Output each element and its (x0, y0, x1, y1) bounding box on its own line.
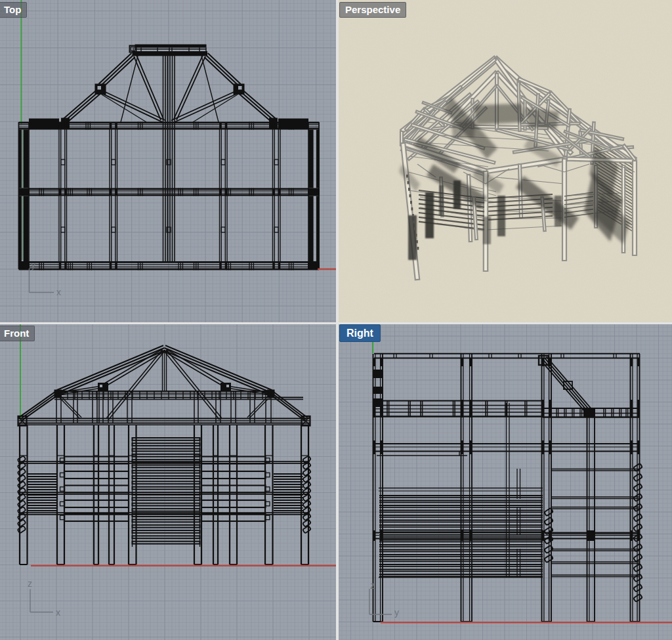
svg-text:y: y (394, 607, 399, 618)
svg-text:x: x (56, 287, 61, 297)
svg-text:z: z (370, 580, 375, 591)
svg-text:y: y (31, 260, 35, 270)
svg-text:x: x (56, 607, 60, 618)
svg-text:z: z (28, 578, 32, 589)
